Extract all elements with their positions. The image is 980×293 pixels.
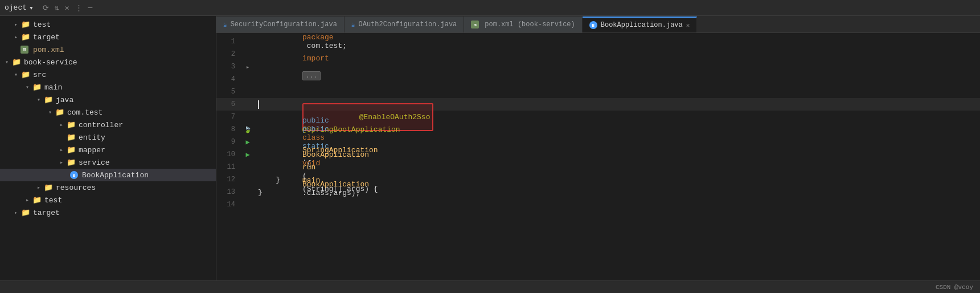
sidebar-item-java[interactable]: 📁 java [0, 93, 216, 106]
sidebar-item-book-service[interactable]: 📁 book-service [0, 56, 216, 68]
folder-icon: 📁 [20, 32, 31, 42]
tab-oauth-config[interactable]: ☕ OAuth2Configuration.java [345, 17, 464, 32]
sync-icon[interactable]: ⟳ [43, 3, 49, 13]
sidebar-item-com-test[interactable]: 📁 com.test [0, 106, 216, 119]
item-label: mapper [79, 146, 105, 154]
book-app-tab-icon: B [589, 21, 597, 29]
folder-icon: 📁 [32, 83, 42, 92]
pom-badge: m [20, 46, 28, 54]
line-num: 9 [216, 138, 242, 146]
expand-arrow [23, 83, 32, 92]
java-icon: ☕ [223, 21, 227, 29]
line-num: 2 [216, 50, 242, 58]
bottom-bar: CSDN @vcoy [0, 280, 980, 293]
gutter: ▸ [242, 63, 253, 71]
tab-security-config[interactable]: ☕ SecurityConfiguration.java [216, 17, 345, 32]
close-icon[interactable]: ✕ [65, 3, 69, 13]
sidebar-item-controller[interactable]: 📁 controller [0, 119, 216, 131]
tabs: ☕ SecurityConfiguration.java ☕ OAuth2Con… [216, 16, 980, 33]
leaf-spacer [60, 170, 69, 180]
collapse-arrow [57, 145, 66, 154]
line-num: 11 [216, 163, 242, 171]
item-label: com.test [67, 108, 102, 117]
item-label: main [44, 83, 62, 92]
toolbar-icons: ⟳ ⇅ ✕ ⋮ — [43, 3, 92, 13]
gutter: 🍃 [242, 126, 253, 133]
expand-arrow [11, 70, 20, 79]
sidebar-item-pom[interactable]: m pom.xml [0, 43, 216, 56]
more-icon[interactable]: ⋮ [75, 3, 83, 13]
line-num: 12 [216, 176, 242, 184]
collapse-arrow [57, 120, 66, 129]
folder-icon: 📁 [43, 183, 54, 192]
folder-icon: 📁 [20, 20, 31, 29]
line-num: 13 [216, 188, 242, 196]
item-label: pom.xml [33, 46, 64, 54]
line-num: 3 [216, 63, 242, 71]
project-title: oject [5, 3, 27, 12]
sidebar-item-target-src[interactable]: 📁 target [0, 206, 216, 219]
sidebar-item-main[interactable]: 📁 main [0, 81, 216, 93]
line-content: import ... [253, 46, 980, 88]
run-gutter-icon[interactable]: ▶ [245, 150, 249, 159]
folder-icon: 📁 [43, 95, 54, 104]
sidebar-item-target[interactable]: 📁 target [0, 31, 216, 43]
code-line-11: 11 SpringApplication . run ( BookApplica… [216, 161, 980, 173]
gutter: ▶ [242, 150, 253, 159]
item-label: resources [56, 184, 96, 192]
collapse-arrow [11, 32, 20, 42]
sidebar-item-resources[interactable]: 📁 resources [0, 181, 216, 194]
sidebar-item-mapper[interactable]: 📁 mapper [0, 144, 216, 156]
line-content: } [253, 176, 980, 184]
item-label: test [33, 21, 51, 29]
code-line-3: 3 ▸ import ... [216, 60, 980, 73]
line-num: 10 [216, 150, 242, 158]
folder-icon: 📁 [32, 196, 42, 205]
sidebar-item-entity[interactable]: 📁 entity [0, 131, 216, 144]
book-app-icon: B [69, 170, 79, 180]
folder-icon: 📁 [66, 145, 76, 154]
project-label[interactable]: oject ▾ [5, 3, 34, 13]
collapsed-imports[interactable]: ... [302, 71, 321, 80]
collapse-arrow [11, 208, 20, 217]
sidebar-item-service[interactable]: 📁 service [0, 156, 216, 169]
code-editor[interactable]: 1 package com.test; 2 3 ▸ i [216, 33, 980, 280]
run-gutter-icon[interactable]: ▶ [245, 138, 249, 146]
code-text [302, 116, 320, 125]
tab-close-button[interactable]: ✕ [686, 22, 690, 29]
folder-icon: 📁 [66, 120, 76, 129]
code-text [302, 137, 338, 146]
tab-book-application[interactable]: B BookApplication.java ✕ [583, 17, 698, 32]
class-name: SpringApplication [302, 146, 378, 154]
tab-label: SecurityConfiguration.java [231, 21, 337, 29]
gutter: ▶ [242, 138, 253, 146]
folder-icon: 📁 [55, 108, 65, 117]
line-num: 6 [216, 100, 242, 108]
expand-arrow [2, 58, 11, 67]
folder-icon: 📁 [20, 208, 31, 217]
method-name: run [302, 163, 315, 172]
line-content: } [253, 188, 980, 197]
tab-label: BookApplication.java [601, 21, 683, 29]
folder-icon: 📁 [11, 58, 22, 67]
minimize-icon[interactable]: — [88, 3, 93, 13]
tab-pom-xml[interactable]: m pom.xml (book-service) [464, 17, 582, 32]
folder-icon: 📁 [66, 158, 76, 167]
sidebar-item-test[interactable]: 📁 test [0, 18, 216, 31]
pom-icon: m [471, 21, 479, 29]
main-layout: 📁 test 📁 target m pom.xml 📁 book-service… [0, 16, 980, 280]
sidebar-item-src[interactable]: 📁 src [0, 68, 216, 81]
code-text: . [302, 154, 307, 163]
expand-arrow [46, 108, 55, 117]
collapse-icon[interactable]: ▸ [246, 63, 250, 71]
up-down-icon[interactable]: ⇅ [55, 3, 59, 13]
line-num: 4 [216, 75, 242, 83]
sidebar-item-book-application[interactable]: B BookApplication [0, 169, 216, 181]
line-num: 7 [216, 113, 242, 121]
sidebar-item-test-src[interactable]: 📁 test [0, 194, 216, 206]
line-num: 1 [216, 38, 242, 46]
line-num: 14 [216, 201, 242, 209]
item-label: java [56, 96, 73, 104]
item-label: controller [79, 121, 123, 129]
keyword: import [302, 54, 329, 63]
